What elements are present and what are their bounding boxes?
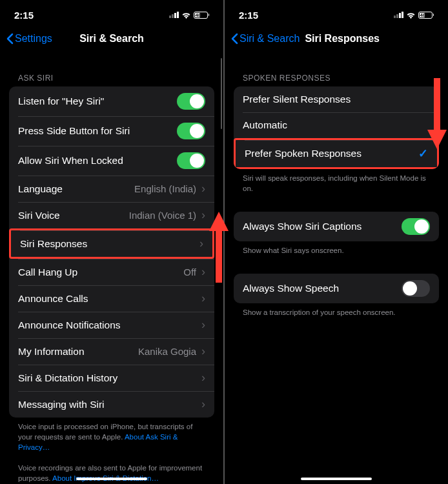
row-show-speech[interactable]: Always Show Speech bbox=[234, 274, 439, 303]
chevron-right-icon: › bbox=[199, 237, 203, 250]
row-label: My Information bbox=[18, 346, 85, 358]
status-bar: 2:15 48 bbox=[0, 0, 223, 26]
section-header-ask-siri: ASK SIRI bbox=[9, 52, 214, 86]
status-time: 2:15 bbox=[14, 10, 34, 21]
row-my-information[interactable]: My Information Kanika Gogia › bbox=[9, 338, 214, 365]
settings-group-spoken-responses: Prefer Silent Responses Automatic Prefer… bbox=[234, 86, 439, 169]
row-value: Off bbox=[183, 267, 196, 277]
back-label: Settings bbox=[15, 33, 52, 45]
right-phone-screen: 2:15 48 Siri & Search Siri Responses SPO… bbox=[225, 0, 448, 484]
annotation-arrow-icon bbox=[209, 212, 229, 283]
row-label: Announce Calls bbox=[18, 293, 88, 305]
signal-icon bbox=[394, 12, 403, 18]
back-button[interactable]: Settings bbox=[6, 33, 52, 45]
page-title: Siri Responses bbox=[305, 33, 380, 45]
status-time: 2:15 bbox=[239, 10, 258, 21]
row-prefer-spoken[interactable]: Prefer Spoken Responses ✓ bbox=[234, 138, 439, 169]
row-siri-responses[interactable]: Siri Responses › bbox=[9, 228, 214, 259]
page-title: Siri & Search bbox=[79, 33, 144, 45]
chevron-right-icon: › bbox=[201, 265, 205, 279]
row-label: Siri Responses bbox=[20, 238, 87, 250]
row-label: Announce Notifications bbox=[18, 319, 121, 331]
wifi-icon bbox=[181, 12, 191, 19]
nav-bar: Settings Siri & Search bbox=[0, 26, 223, 52]
chevron-right-icon: › bbox=[201, 371, 205, 385]
row-label: Siri & Dictation History bbox=[18, 372, 117, 384]
chevron-right-icon: › bbox=[201, 345, 205, 358]
row-label: Siri Voice bbox=[18, 210, 60, 221]
chevron-left-icon bbox=[6, 33, 14, 45]
toggle-show-speech[interactable] bbox=[402, 280, 430, 297]
checkmark-icon: ✓ bbox=[418, 146, 428, 161]
footer-text: Show what Siri says onscreen. bbox=[234, 241, 439, 262]
row-prefer-silent[interactable]: Prefer Silent Responses bbox=[234, 86, 439, 112]
settings-group-speech: Always Show Speech bbox=[234, 274, 439, 303]
row-label: Listen for "Hey Siri" bbox=[18, 96, 104, 107]
chevron-right-icon: › bbox=[201, 398, 205, 411]
toggle-side-button[interactable] bbox=[177, 123, 205, 139]
toggle-when-locked[interactable] bbox=[177, 152, 205, 169]
chevron-left-icon bbox=[231, 33, 238, 45]
status-bar: 2:15 48 bbox=[225, 0, 448, 26]
row-call-hangup[interactable]: Call Hang Up Off › bbox=[9, 259, 214, 285]
row-label: Call Hang Up bbox=[18, 267, 77, 278]
row-value: Indian (Voice 1) bbox=[129, 210, 196, 221]
toggle-show-captions[interactable] bbox=[402, 218, 430, 235]
section-header-spoken-responses: SPOKEN RESPONSES bbox=[234, 52, 439, 86]
row-when-locked[interactable]: Allow Siri When Locked bbox=[9, 146, 214, 176]
home-indicator[interactable] bbox=[301, 478, 372, 480]
home-indicator[interactable] bbox=[76, 478, 147, 480]
row-automatic[interactable]: Automatic bbox=[234, 112, 439, 138]
toggle-hey-siri[interactable] bbox=[177, 93, 205, 110]
row-value: Kanika Gogia bbox=[138, 346, 196, 357]
battery-icon: 48 bbox=[194, 12, 210, 19]
row-announce-notifications[interactable]: Announce Notifications › bbox=[9, 312, 214, 338]
row-language[interactable]: Language English (India) › bbox=[9, 176, 214, 202]
scroll-indicator[interactable] bbox=[221, 58, 223, 129]
chevron-right-icon: › bbox=[201, 208, 205, 222]
chevron-right-icon: › bbox=[201, 318, 205, 332]
row-siri-voice[interactable]: Siri Voice Indian (Voice 1) › bbox=[9, 202, 214, 228]
row-messaging-with-siri[interactable]: Messaging with Siri › bbox=[9, 391, 214, 418]
settings-group-ask-siri: Listen for "Hey Siri" Press Side Button … bbox=[9, 86, 214, 418]
battery-icon: 48 bbox=[418, 12, 434, 19]
footer-text: Siri will speak responses, including whe… bbox=[234, 169, 439, 200]
settings-group-captions: Always Show Siri Captions bbox=[234, 212, 439, 241]
chevron-right-icon: › bbox=[201, 182, 205, 196]
row-label: Always Show Speech bbox=[243, 283, 339, 294]
left-phone-screen: 2:15 48 Settings Siri & Search ASK SIRI … bbox=[0, 0, 225, 484]
back-label: Siri & Search bbox=[239, 33, 300, 45]
wifi-icon bbox=[406, 12, 416, 19]
row-label: Press Side Button for Siri bbox=[18, 125, 130, 137]
row-label: Always Show Siri Captions bbox=[243, 221, 361, 232]
row-siri-dictation-history[interactable]: Siri & Dictation History › bbox=[9, 365, 214, 391]
row-announce-calls[interactable]: Announce Calls › bbox=[9, 285, 214, 312]
signal-icon bbox=[169, 12, 179, 18]
footer-text: Voice recordings are also sent to Apple … bbox=[9, 459, 214, 484]
back-button[interactable]: Siri & Search bbox=[231, 33, 300, 45]
row-value: English (India) bbox=[134, 183, 196, 194]
row-label: Automatic bbox=[243, 119, 287, 131]
nav-bar: Siri & Search Siri Responses bbox=[225, 26, 448, 52]
row-label: Prefer Spoken Responses bbox=[245, 148, 361, 159]
row-label: Prefer Silent Responses bbox=[243, 94, 351, 105]
row-side-button[interactable]: Press Side Button for Siri bbox=[9, 116, 214, 146]
row-show-captions[interactable]: Always Show Siri Captions bbox=[234, 212, 439, 241]
row-hey-siri[interactable]: Listen for "Hey Siri" bbox=[9, 86, 214, 116]
row-label: Language bbox=[18, 183, 63, 195]
annotation-arrow-icon bbox=[427, 78, 447, 149]
footer-text: Show a transcription of your speech onsc… bbox=[234, 303, 439, 324]
footer-text: Voice input is processed on iPhone, but … bbox=[9, 418, 214, 459]
row-label: Allow Siri When Locked bbox=[18, 155, 123, 166]
row-label: Messaging with Siri bbox=[18, 399, 105, 410]
chevron-right-icon: › bbox=[201, 292, 205, 305]
